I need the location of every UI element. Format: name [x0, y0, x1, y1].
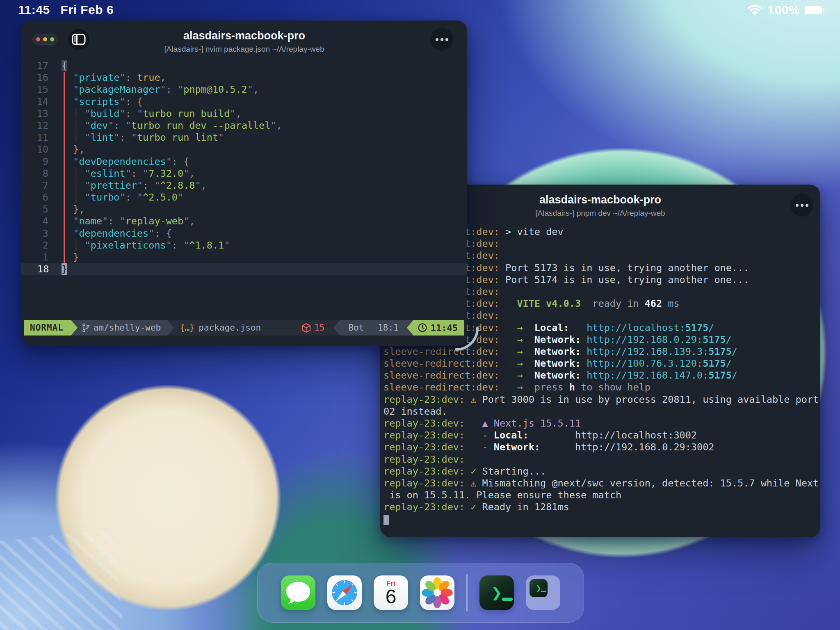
terminal-row: replay-23:dev:: [383, 454, 820, 466]
window-subtitle: [Alasdairs-] nvim package.json ~/A/repla…: [21, 45, 467, 54]
position-segment: Bot 18:1: [340, 320, 407, 336]
photos-icon: [420, 575, 454, 610]
json-file-icon: {…}: [180, 323, 194, 333]
editor-line: 2 │ "pixelarticons": "^1.8.1": [21, 240, 467, 251]
terminal-row: sleeve-redirect:dev: → Network: http://1…: [383, 370, 820, 381]
nvim-editor[interactable]: 17{16 "private": true,15 "packageManager…: [21, 60, 467, 305]
editor-line: 15 "packageManager": "pnpm@10.5.2",: [21, 84, 467, 96]
dock-recent-app-terminal[interactable]: ❯: [526, 575, 560, 610]
diagnostics-count: 15: [314, 323, 324, 333]
editor-line: 4 "name": "replay-web",: [21, 215, 467, 227]
git-change-indicator: [64, 72, 65, 263]
terminal-row: sleeve-redirect:dev: → Network: http://1…: [383, 358, 820, 370]
powerline-separator: [407, 320, 413, 336]
window-menu-button[interactable]: [430, 28, 453, 51]
editor-line: 13 │ "build": "turbo run build",: [21, 108, 467, 120]
powerline-separator: [167, 320, 174, 336]
editor-line: 6 │ "turbo": "^2.5.0": [21, 192, 467, 203]
window-menu-button[interactable]: [790, 194, 813, 217]
terminal-row: 02 instead.: [383, 406, 820, 418]
messages-icon: [281, 575, 315, 610]
status-clock: 11:45: [18, 3, 50, 17]
powerline-separator: [333, 320, 340, 336]
dock: Fri 6 ❯ ❯: [257, 563, 584, 623]
status-date: Fri Feb 6: [61, 3, 114, 17]
git-branch-icon: [82, 322, 90, 333]
terminal-row: replay-23:dev: - Network: http://192.168…: [383, 441, 820, 453]
dock-app-terminal[interactable]: ❯: [479, 575, 514, 610]
terminal-row: sleeve-redirect:dev: → Network: http://1…: [383, 346, 820, 358]
cursor-position: 18:1: [378, 323, 399, 333]
ios-status-bar: 11:45 Fri Feb 6 100%: [0, 0, 840, 20]
terminal-mini-icon: ❯: [530, 579, 548, 597]
vim-mode-indicator: NORMAL: [24, 320, 71, 336]
wifi-icon: [748, 4, 762, 16]
editor-line: 11 │ "lint": "turbo run lint": [21, 132, 467, 144]
package-icon: [301, 323, 311, 333]
terminal-row: is on 15.5.11. Please ensure these match: [383, 489, 820, 501]
terminal-prompt-icon: ❯: [536, 584, 541, 593]
editor-line: 14 "scripts": {: [21, 96, 467, 108]
minimize-light[interactable]: [43, 37, 47, 41]
powerline-separator: [71, 320, 78, 336]
editor-line: 3 "dependencies": {: [21, 228, 467, 240]
wallpaper-stripes: [0, 529, 124, 630]
editor-line: 7 │ "prettier": "^2.8.8",: [21, 180, 467, 192]
filename: package.json: [199, 323, 261, 333]
scroll-indicator: Bot: [348, 323, 364, 333]
editor-line: 1 }: [21, 251, 467, 263]
editor-line: 5 },: [21, 203, 467, 215]
diagnostics-segment: 15: [292, 320, 333, 336]
zoom-light[interactable]: [50, 37, 54, 41]
terminal-row: replay-23:dev: ✓ Starting...: [383, 466, 820, 477]
terminal-row: sleeve-redirect:dev: → press h to show h…: [383, 381, 820, 393]
dock-app-safari[interactable]: [327, 575, 362, 610]
terminal-row: replay-23:dev: ✓ Ready in 1281ms: [383, 501, 820, 513]
terminal-row: replay-23:dev: ⚠ Mismatching @next/swc v…: [383, 477, 820, 489]
editor-line: 17{: [21, 60, 467, 72]
dock-divider: [466, 574, 468, 612]
close-light[interactable]: [36, 37, 40, 41]
safari-icon: [327, 575, 362, 610]
git-branch-name: am/shelly-web: [94, 323, 161, 333]
clock-icon: [418, 323, 427, 333]
terminal-row: replay-23:dev: ▲ Next.js 15.5.11: [383, 418, 820, 429]
terminal-window-nvim[interactable]: alasdairs-macbook-pro [Alasdairs-] nvim …: [21, 21, 467, 346]
git-branch-segment: am/shelly-web: [78, 320, 167, 336]
sidebar-icon: [72, 33, 86, 46]
editor-line: 16 "private": true,: [21, 72, 467, 84]
terminal-prompt-icon: ❯: [491, 584, 502, 602]
calendar-date: 6: [374, 585, 408, 608]
editor-line: 10 },: [21, 144, 467, 155]
editor-line: 9 "devDependencies": {: [21, 156, 467, 168]
battery-percent: 100%: [767, 3, 800, 17]
terminal-row: replay-23:dev: - Local: http://localhost…: [383, 429, 820, 441]
window-resize-indicator[interactable]: [454, 326, 479, 351]
terminal-row: [383, 514, 820, 525]
filename-segment: {…} package.json: [174, 320, 267, 336]
window-traffic-lights[interactable]: [32, 34, 58, 45]
dock-app-messages[interactable]: [281, 575, 315, 610]
editor-line: 18}: [21, 263, 467, 275]
nvim-statusline: NORMAL am/shelly-web {…} package.json: [24, 320, 464, 336]
editor-line: 12 │ "dev": "turbo run dev --parallel",: [21, 120, 467, 132]
dock-app-photos[interactable]: [420, 575, 454, 610]
battery-icon: [805, 6, 822, 14]
terminal-row: replay-23:dev: ⚠ Port 3000 is in use by …: [383, 394, 820, 406]
dock-app-calendar[interactable]: Fri 6: [374, 575, 408, 610]
sidebar-toggle-button[interactable]: [68, 29, 89, 50]
editor-line: 8 │ "eslint": "7.32.0",: [21, 168, 467, 180]
